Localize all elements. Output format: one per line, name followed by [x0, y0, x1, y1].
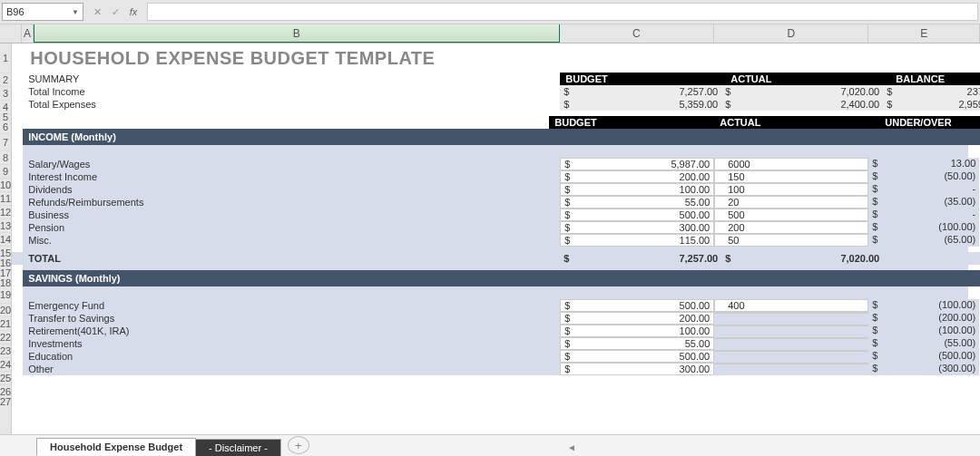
savings-budget-cell[interactable]: $100.00: [560, 325, 714, 337]
row-header[interactable]: 7: [0, 134, 11, 151]
row-header[interactable]: 5: [0, 114, 11, 121]
total-expenses-actual[interactable]: $2,400.00: [721, 98, 883, 111]
row-header[interactable]: 18: [0, 280, 11, 286]
row-header[interactable]: 20: [0, 304, 11, 317]
income-item-label: Misc.: [23, 234, 560, 247]
savings-item-label: Transfer to Savings: [23, 312, 560, 325]
savings-under-cell: $(500.00): [868, 350, 979, 361]
col-header-b[interactable]: B: [34, 24, 560, 43]
income-budget-cell[interactable]: $115.00: [560, 234, 714, 247]
row-header[interactable]: 11: [0, 192, 11, 206]
row-header[interactable]: 8: [0, 151, 11, 165]
total-income-budget[interactable]: $7,257.00: [560, 85, 721, 98]
row-header[interactable]: 19: [0, 286, 11, 304]
fx-icon[interactable]: fx: [125, 4, 142, 20]
income-budget-cell[interactable]: $500.00: [560, 209, 714, 221]
income-budget-cell[interactable]: $300.00: [560, 221, 714, 234]
row-header[interactable]: 2: [0, 73, 11, 87]
savings-actual-cell[interactable]: [714, 363, 868, 364]
income-item-label: Business: [23, 209, 560, 221]
cancel-icon[interactable]: ✕: [89, 4, 105, 20]
row-header[interactable]: 23: [0, 344, 11, 358]
row-header[interactable]: 27: [0, 399, 11, 405]
savings-section-title: SAVINGS (Monthly): [23, 270, 560, 286]
total-expenses-budget[interactable]: $5,359.00: [560, 98, 721, 111]
row-header[interactable]: 9: [0, 165, 11, 179]
row-header[interactable]: 21: [0, 317, 11, 331]
savings-under-cell: $(300.00): [868, 363, 979, 374]
income-section-title: INCOME (Monthly): [23, 129, 560, 145]
savings-actual-cell[interactable]: [714, 350, 868, 352]
savings-under-cell: $(100.00): [868, 299, 979, 310]
income-total-actual: $7,020.00: [721, 252, 883, 265]
row-header[interactable]: 12: [0, 206, 11, 219]
total-expenses-balance[interactable]: $2,959.00: [883, 98, 980, 111]
savings-budget-cell[interactable]: $500.00: [560, 299, 714, 312]
savings-actual-cell[interactable]: [714, 337, 868, 339]
col-header-c[interactable]: C: [560, 24, 714, 43]
income-item-label: Dividends: [23, 183, 560, 196]
row-header[interactable]: 13: [0, 219, 11, 233]
formula-input[interactable]: [147, 3, 978, 21]
savings-actual-cell[interactable]: [714, 325, 868, 326]
savings-item-label: Investments: [23, 337, 560, 350]
income-item-label: Pension: [23, 221, 560, 234]
income-under-cell: $-: [868, 209, 979, 219]
income-actual-cell[interactable]: 6000: [714, 158, 868, 170]
income-under-cell: $(65.00): [868, 234, 979, 245]
add-sheet-button[interactable]: +: [288, 436, 309, 454]
income-actual-cell[interactable]: 200: [714, 221, 868, 234]
income-actual-cell[interactable]: 150: [714, 170, 868, 183]
column-headers: A B C D E: [0, 24, 980, 44]
total-expenses-label: Total Expenses: [23, 98, 560, 111]
income-item-label: Salary/Wages: [23, 158, 560, 170]
savings-budget-cell[interactable]: $55.00: [560, 337, 714, 350]
select-all-corner[interactable]: [0, 24, 22, 43]
formula-bar-icons: ✕ ✓ fx: [83, 4, 147, 20]
savings-under-cell: $(100.00): [868, 325, 979, 335]
row-header[interactable]: 25: [0, 372, 11, 385]
tab-disclaimer[interactable]: - Disclaimer -: [195, 439, 281, 456]
row-header[interactable]: 16: [0, 260, 11, 267]
total-income-balance[interactable]: $237.00: [883, 85, 980, 98]
income-actual-cell[interactable]: 500: [714, 209, 868, 221]
savings-budget-cell[interactable]: $200.00: [560, 312, 714, 325]
sheet-content: HOUSEHOLD EXPENSE BUDGET TEMPLATE SUMMAR…: [12, 44, 980, 434]
header-balance: BALANCE: [890, 73, 980, 85]
savings-item-label: Retirement(401K, IRA): [23, 325, 560, 337]
savings-budget-cell[interactable]: $500.00: [560, 350, 714, 363]
row-header[interactable]: 14: [0, 233, 11, 247]
savings-actual-cell[interactable]: [714, 312, 868, 314]
row-header[interactable]: 1: [0, 44, 11, 73]
income-budget-cell[interactable]: $200.00: [560, 170, 714, 183]
row-header[interactable]: 24: [0, 358, 11, 372]
income-actual-cell[interactable]: 100: [714, 183, 868, 196]
row-headers: 1234567891011121314151617181920212223242…: [0, 44, 12, 434]
savings-under-cell: $(55.00): [868, 337, 979, 348]
savings-actual-cell[interactable]: 400: [714, 299, 868, 312]
income-actual-cell[interactable]: 20: [714, 196, 868, 209]
income-item-label: Refunds/Reimbursements: [23, 196, 560, 209]
section-header-budget: BUDGET: [549, 116, 714, 129]
section-header-actual: ACTUAL: [714, 116, 879, 129]
col-header-a[interactable]: A: [22, 24, 34, 43]
income-item-label: Interest Income: [23, 170, 560, 183]
confirm-icon[interactable]: ✓: [107, 4, 123, 20]
name-box[interactable]: B96 ▼: [2, 3, 83, 21]
income-under-cell: $(35.00): [868, 196, 979, 207]
income-actual-cell[interactable]: 50: [714, 234, 868, 247]
row-header[interactable]: 3: [0, 87, 11, 101]
total-income-actual[interactable]: $7,020.00: [721, 85, 883, 98]
col-header-d[interactable]: D: [714, 24, 868, 43]
income-budget-cell[interactable]: $100.00: [560, 183, 714, 196]
savings-under-cell: $(200.00): [868, 312, 979, 323]
col-header-e[interactable]: E: [868, 24, 980, 43]
row-header[interactable]: 22: [0, 331, 11, 344]
row-header[interactable]: 6: [0, 121, 11, 134]
tab-household-budget[interactable]: Household Expense Budget: [36, 438, 196, 456]
income-under-cell: $-: [868, 183, 979, 194]
income-budget-cell[interactable]: $5,987.00: [560, 158, 714, 170]
income-budget-cell[interactable]: $55.00: [560, 196, 714, 209]
row-header[interactable]: 10: [0, 179, 11, 192]
savings-budget-cell[interactable]: $300.00: [560, 363, 714, 375]
